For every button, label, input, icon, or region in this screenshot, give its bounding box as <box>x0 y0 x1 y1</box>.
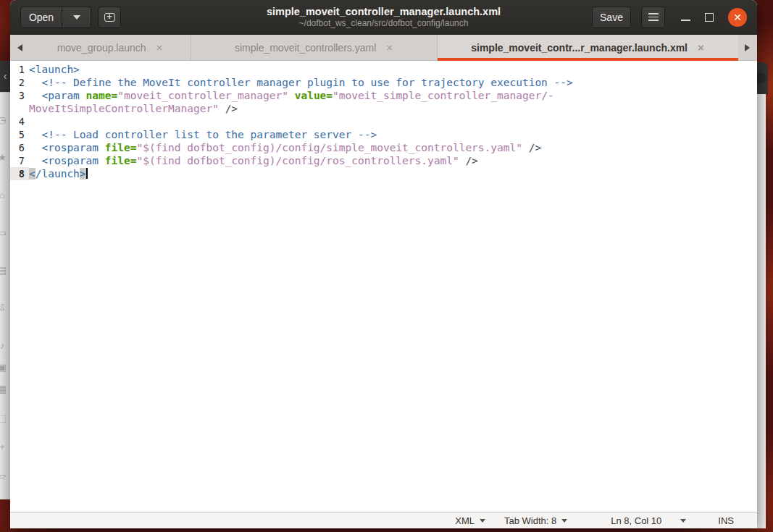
background-sidebar: ◷★⌂▭▤⇩♪▣▦⬚+▱ <box>0 92 10 499</box>
background-window-body <box>757 94 766 528</box>
background-window-right-sliver[interactable] <box>757 62 768 528</box>
open-button[interactable]: Open <box>20 7 62 28</box>
background-window-corner <box>757 62 768 94</box>
code-line-2: 2 <!-- Define the MoveIt controller mana… <box>10 76 757 89</box>
chevron-down-icon <box>561 519 567 523</box>
new-document-button[interactable] <box>98 7 121 28</box>
tab-label: simple_moveit_contr...r_manager.launch.x… <box>471 42 688 54</box>
tab-scroll-left-button[interactable] <box>10 35 30 60</box>
text-cursor <box>86 168 88 179</box>
documents-icon: ▤ <box>0 265 9 276</box>
tab-3[interactable]: simple_moveit_contr...r_manager.launch.x… <box>437 35 738 60</box>
token-plain <box>99 155 105 166</box>
line-number: 5 <box>10 128 29 141</box>
background-back-button[interactable]: ‹ <box>0 61 10 92</box>
open-recent-dropdown[interactable] <box>62 7 91 28</box>
downloads-icon: ⇩ <box>0 303 9 314</box>
tab-close-icon[interactable]: × <box>698 42 704 53</box>
desktop-icon: ▭ <box>0 227 9 239</box>
cursor-position-button[interactable]: Ln 8, Col 10 <box>611 515 661 526</box>
language-selector[interactable]: XML <box>455 515 485 526</box>
save-button[interactable]: Save <box>592 7 631 28</box>
gedit-window: Open simple_moveit_controller_manager.la… <box>10 0 757 528</box>
new-bookmark-icon: + <box>0 442 9 453</box>
tab-2[interactable]: simple_moveit_controllers.yaml× <box>191 35 437 60</box>
open-split-button: Open <box>20 7 91 28</box>
minimize-button[interactable] <box>681 20 690 21</box>
token-string: "moveit_simple_controller_manager/- <box>333 90 554 101</box>
language-label: XML <box>455 515 475 526</box>
tab-1[interactable]: move_group.launch× <box>30 35 191 60</box>
open-button-label: Open <box>29 12 54 23</box>
token-plain <box>29 155 41 166</box>
line-number: 6 <box>10 141 29 154</box>
save-button-label: Save <box>600 12 623 23</box>
status-bar: XML Tab Width: 8 Ln 8, Col 10 INS <box>10 512 757 528</box>
home-icon: ⌂ <box>0 190 9 201</box>
hamburger-menu-button[interactable] <box>641 7 665 28</box>
token-tag: <rosparam <box>41 142 99 153</box>
recent-icon: ◷ <box>0 114 9 126</box>
token-tag: /launch <box>35 168 80 180</box>
code-text: MoveItSimpleControllerManager" /> <box>29 102 238 115</box>
token-plain: /> <box>459 155 478 166</box>
code-text: <!-- Define the MoveIt controller manage… <box>29 76 573 89</box>
token-comment: <!-- Load controller list to the paramet… <box>41 129 377 140</box>
token-bracket: > <box>80 168 86 180</box>
chevron-down-icon <box>680 519 686 523</box>
code-line-1: 1<launch> <box>10 63 757 76</box>
folder-icon: ▱ <box>0 470 9 482</box>
token-attr: file= <box>105 142 137 153</box>
chevron-left-icon <box>17 44 22 51</box>
tab-width-selector[interactable]: Tab Width: 8 <box>504 515 567 526</box>
token-plain <box>80 90 86 101</box>
token-string: "$(find dofbot_config)/config/ros_contro… <box>136 155 459 166</box>
code-line-3: 3 <param name="moveit_controller_manager… <box>10 89 757 102</box>
tab-close-icon[interactable]: × <box>156 42 163 53</box>
line-number <box>10 102 29 115</box>
music-icon: ♪ <box>0 340 9 352</box>
goto-line-dropdown[interactable] <box>680 519 686 523</box>
code-line-5: 5 <!-- Load controller list to the param… <box>10 128 757 141</box>
back-icon: ‹ <box>4 70 7 82</box>
tab-close-icon[interactable]: × <box>386 42 393 53</box>
videos-icon: ▦ <box>0 384 9 395</box>
token-comment: <!-- Define the MoveIt controller manage… <box>41 77 572 88</box>
code-text: <launch> <box>29 63 80 76</box>
maximize-button[interactable] <box>705 13 714 22</box>
chevron-down-icon <box>480 519 485 523</box>
token-plain <box>29 90 41 101</box>
pictures-icon: ▣ <box>0 362 9 373</box>
token-plain <box>99 142 105 153</box>
line-number: 8 <box>10 167 29 180</box>
code-text: <!-- Load controller list to the paramet… <box>29 128 377 141</box>
headerbar-right: Save ✕ <box>592 7 747 28</box>
token-tag: <param <box>41 90 79 101</box>
token-plain: /> <box>219 103 238 114</box>
text-editor-area[interactable]: 1<launch>2 <!-- Define the MoveIt contro… <box>10 61 757 512</box>
token-bracket: < <box>29 168 35 180</box>
line-number: 4 <box>10 115 29 128</box>
line-number: 2 <box>10 76 29 89</box>
tab-scroll-right-button[interactable] <box>738 35 758 60</box>
close-icon: ✕ <box>733 12 742 22</box>
tabs: move_group.launch×simple_moveit_controll… <box>30 35 738 60</box>
code-line-7: 7 <rosparam file="$(find dofbot_config)/… <box>10 154 757 167</box>
background-window-left-sliver[interactable]: ‹ ◷★⌂▭▤⇩♪▣▦⬚+▱ <box>0 61 10 499</box>
line-number: 3 <box>10 89 29 102</box>
chevron-right-icon <box>745 44 750 51</box>
code-text: <rosparam file="$(find dofbot_config)/co… <box>29 141 541 154</box>
token-plain <box>29 142 41 153</box>
close-button[interactable]: ✕ <box>728 8 747 27</box>
window-controls: ✕ <box>681 8 747 27</box>
starred-icon: ★ <box>0 152 9 164</box>
token-attr: value= <box>295 90 333 101</box>
token-string: MoveItSimpleControllerManager" <box>29 103 219 114</box>
cursor-position-label: Ln 8, Col 10 <box>611 515 661 526</box>
code-line-4: 4 <box>10 115 757 128</box>
tab-label: move_group.launch <box>57 42 146 54</box>
headerbar: Open simple_moveit_controller_manager.la… <box>10 0 757 35</box>
window-title: simple_moveit_controller_manager.launch.… <box>181 6 587 18</box>
code-line-wrap: MoveItSimpleControllerManager" /> <box>10 102 757 115</box>
new-tab-icon <box>104 13 115 22</box>
